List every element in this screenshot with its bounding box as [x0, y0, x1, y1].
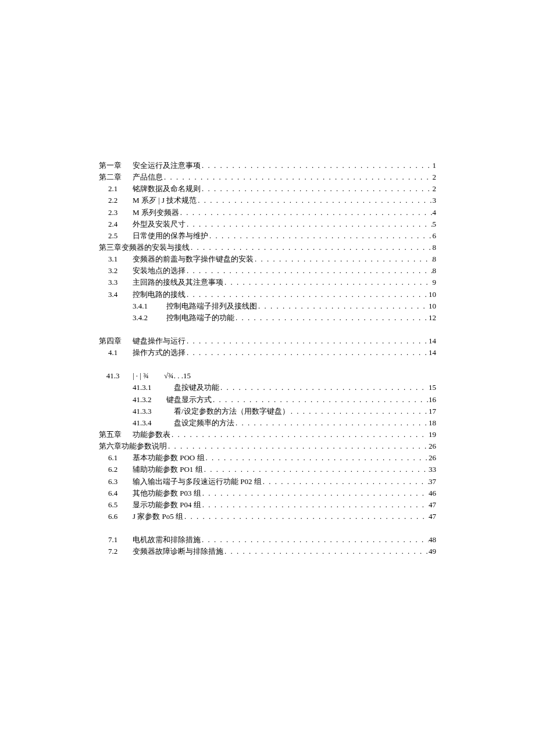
toc-page-number: 8	[433, 242, 437, 253]
toc-leader-dots	[223, 277, 433, 288]
toc-page-number: 15	[429, 382, 436, 393]
toc-title: 铭牌数据及命名规则	[133, 183, 201, 195]
toc-page-number: 33	[429, 464, 436, 475]
toc-title: 盘按键及功能	[166, 382, 219, 393]
toc-leader-dots	[197, 195, 432, 206]
toc-title: 安装地点的选择	[133, 265, 186, 277]
toc-leader-dots	[201, 160, 433, 171]
toc-section-number: 第四章	[99, 335, 133, 347]
toc-leader-dots	[290, 406, 429, 417]
toc-entry: 2.4外型及安装尺寸5	[99, 218, 436, 230]
toc-leader-dots	[186, 218, 433, 230]
toc-entry: 3.1变频器的前盖与数字操作键盘的安装8	[99, 253, 436, 265]
toc-page-number: 47	[429, 499, 436, 511]
toc-page-number: 8	[433, 265, 437, 277]
toc-leader-dots	[234, 312, 429, 324]
toc-leader-dots	[163, 171, 433, 183]
toc-section-number: 2.3	[99, 207, 133, 218]
toc-leader-dots	[167, 440, 429, 452]
toc-entry: 7.1电机故需和排除措施48	[99, 534, 436, 546]
toc-title: 其他功能参数 P03 组	[133, 488, 201, 499]
toc-page-number: 14	[429, 347, 436, 359]
toc-section-number: 第二章	[99, 171, 133, 183]
toc-section-number: 3.2	[99, 265, 133, 277]
toc-section-number: 6.6	[99, 511, 133, 522]
toc-section-number: 41.3.4	[133, 417, 166, 429]
toc-page-number: 48	[429, 534, 436, 546]
toc-leader-dots	[201, 488, 429, 499]
toc-title: 控制电路的接线	[133, 289, 186, 300]
toc-page-number: 2	[433, 183, 437, 195]
toc-title: J 家参数 Po5 组	[133, 511, 183, 522]
toc-title: 日常使用的保养与维护	[133, 230, 208, 242]
toc-page-number: 37	[429, 476, 436, 488]
toc-section-number: 41.3.1	[133, 382, 166, 393]
toc-section-number: 2.4	[99, 218, 133, 230]
toc-leader-dots	[257, 300, 429, 312]
toc-page-number: 9	[433, 277, 437, 288]
toc-entry: 第二章产品信息2	[99, 171, 436, 183]
toc-title: 基本功能参数 POO 组	[133, 452, 205, 464]
toc-section-number: 41.3.2	[133, 394, 166, 406]
toc-section-number: 2.2	[99, 195, 133, 206]
toc-section-number: 41.3.3	[133, 406, 166, 417]
toc-title: M 系列变频器	[133, 207, 179, 218]
toc-entry: 2.3M 系列变频器4	[99, 207, 436, 218]
toc-entry: 2.5日常使用的保养与维护6	[99, 230, 436, 242]
toc-entry: 6.1基本功能参数 POO 组26	[99, 452, 436, 464]
toc-title: 产品信息	[133, 171, 163, 183]
toc-title: 看/设定参数的方法（用数字键盘）	[166, 406, 290, 417]
toc-entry: 6.2辅助功能参数 PO1 组33	[99, 464, 436, 475]
toc-title: 电机故需和排除措施	[133, 534, 201, 546]
toc-entry: 41.3.1 盘按键及功能15	[99, 382, 436, 393]
toc-entry: 6.3输入输出端子与多段速运行功能 P02 组37	[99, 476, 436, 488]
toc-entry: 4.1操作方式的选择14	[99, 347, 436, 359]
toc-leader-dots	[201, 183, 433, 195]
toc-title: 外型及安装尺寸	[133, 218, 186, 230]
toc-entry: 第三章变频器的安装与接线8	[99, 242, 436, 253]
toc-entry: 6.6J 家参数 Po5 组47	[99, 511, 436, 522]
toc-title: 第六章功能参数说明	[99, 440, 167, 452]
toc-entry: 第六章功能参数说明26	[99, 440, 436, 452]
toc-entry: 2.1铭牌数据及命名规则2	[99, 183, 436, 195]
toc-entry: 3.4.1控制电路端子排列及接线图10	[99, 300, 436, 312]
toc-title: 变频器的前盖与数字操作键盘的安装	[133, 253, 254, 265]
toc-section-number: 3.4.1	[133, 300, 166, 312]
toc-title: 安全运行及注意事项	[133, 160, 201, 171]
toc-title: 操作方式的选择	[133, 347, 186, 359]
blank-line	[99, 359, 436, 370]
toc-title: 辅助功能参数 PO1 组	[133, 464, 203, 475]
toc-leader-dots	[219, 382, 429, 393]
toc-page-number: 4	[433, 207, 437, 218]
toc-entry: 3.2安装地点的选择8	[99, 265, 436, 277]
toc-section-number: 3.4.2	[133, 312, 166, 324]
toc-leader-dots	[179, 207, 433, 218]
toc-section-number: 3.1	[99, 253, 133, 265]
toc-title: 输入输出端子与多段速运行功能 P02 组	[133, 476, 262, 488]
toc-section-number: 2.5	[99, 230, 133, 242]
toc-leader-dots	[203, 464, 429, 475]
toc-entry: 7.2变频器故障诊断与排除措施49	[99, 546, 436, 557]
toc-page-number: 16	[429, 394, 436, 406]
toc-section-number: 4.1	[99, 347, 133, 359]
toc-section-number: 第一章	[99, 160, 133, 171]
toc-section-number: 7.2	[99, 546, 133, 557]
toc-leader-dots	[223, 546, 429, 557]
toc-page-number: 12	[429, 312, 436, 324]
toc-entry: 41.3.4 盘设定频率的方法18	[99, 417, 436, 429]
toc-title: 控制电路端子的功能	[166, 312, 234, 324]
toc-leader-dots	[212, 394, 429, 406]
toc-leader-dots	[205, 452, 429, 464]
toc-title: 第三章变频器的安装与接线	[99, 242, 190, 253]
blank-line	[99, 522, 436, 534]
blank-line	[99, 324, 436, 335]
toc-section-number: 3.3	[99, 277, 133, 288]
toc-leader-dots	[208, 230, 433, 242]
toc-page-number: 2	[433, 171, 437, 183]
toc-title: 键盘显示方式	[166, 394, 212, 406]
toc-section-number: 6.3	[99, 476, 133, 488]
toc-page-number: 18	[429, 417, 436, 429]
toc-section-number: 2.1	[99, 183, 133, 195]
toc-section-number: 7.1	[99, 534, 133, 546]
toc-page-number: 19	[429, 429, 436, 440]
